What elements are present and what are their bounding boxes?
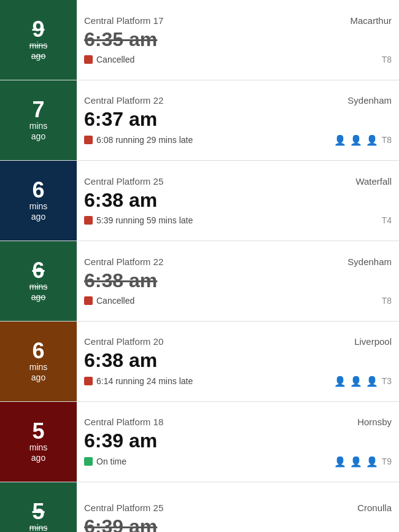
departure-time: 6:39 am <box>84 430 392 452</box>
status-text: 5:39 running 59 mins late <box>96 215 193 225</box>
minutes-label: minsago <box>29 201 48 222</box>
departure-time: 6:38 am <box>84 269 392 292</box>
time-badge: 5minsago <box>0 402 77 482</box>
platform-line: Central Platform 18Hornsby <box>84 417 392 427</box>
train-number: T9 <box>382 457 392 466</box>
status-line: CancelledT8 <box>84 296 392 306</box>
platform-text: Central Platform 22 <box>84 256 163 267</box>
destination-text: Hornsby <box>357 417 392 427</box>
time-badge: 6minsago <box>0 241 77 321</box>
status-right: 👤👤👤T8 <box>334 134 392 146</box>
train-number: T8 <box>382 135 392 145</box>
status-line: 6:08 running 29 mins late👤👤👤T8 <box>84 134 392 146</box>
minutes-number: 7 <box>32 99 44 121</box>
minutes-label: minsago <box>29 523 48 532</box>
status-text: Cancelled <box>96 55 134 64</box>
occupancy-icon: 👤 <box>366 134 378 146</box>
platform-text: Central Platform 25 <box>84 503 163 513</box>
platform-line: Central Platform 17Macarthur <box>84 15 392 26</box>
time-badge: 9minsago <box>0 0 77 80</box>
minutes-label: minsago <box>29 40 48 61</box>
status-left: 5:39 running 59 mins late <box>84 215 193 225</box>
destination-text: Macarthur <box>350 15 392 26</box>
train-number: T4 <box>382 215 392 225</box>
minutes-number: 6 <box>32 179 44 201</box>
train-info: Central Platform 22Sydenham6:38 amCancel… <box>77 241 399 321</box>
status-text: 6:08 running 29 mins late <box>96 135 193 145</box>
platform-text: Central Platform 17 <box>84 15 163 26</box>
minutes-number: 9 <box>32 18 44 40</box>
table-row[interactable]: 6minsagoCentral Platform 20Liverpool6:38… <box>0 322 399 402</box>
destination-text: Sydenham <box>347 256 392 267</box>
status-left: Cancelled <box>84 296 134 306</box>
departure-time: 6:39 am <box>84 515 392 532</box>
platform-line: Central Platform 25Cronulla <box>84 503 392 513</box>
status-dot <box>84 377 93 385</box>
destination-text: Sydenham <box>347 95 392 106</box>
platform-text: Central Platform 25 <box>84 176 163 187</box>
train-info: Central Platform 18Hornsby6:39 amOn time… <box>77 402 399 482</box>
table-row[interactable]: 6minsagoCentral Platform 25Waterfall6:38… <box>0 161 399 241</box>
table-row[interactable]: 5minsagoCentral Platform 25Cronulla6:39 … <box>0 482 399 532</box>
train-info: Central Platform 22Sydenham6:37 am6:08 r… <box>77 80 399 160</box>
platform-text: Central Platform 20 <box>84 336 163 347</box>
minutes-number: 5 <box>32 420 44 442</box>
table-row[interactable]: 9minsagoCentral Platform 17Macarthur6:35… <box>0 0 399 80</box>
status-text: Cancelled <box>96 296 134 306</box>
minutes-number: 6 <box>32 340 44 362</box>
platform-line: Central Platform 20Liverpool <box>84 336 392 347</box>
status-left: On time <box>84 457 126 466</box>
time-badge: 7minsago <box>0 80 77 160</box>
status-dot <box>84 136 93 144</box>
status-line: On time👤👤👤T9 <box>84 456 392 468</box>
status-right: T8 <box>382 55 392 64</box>
status-text: On time <box>96 457 126 466</box>
platform-line: Central Platform 22Sydenham <box>84 256 392 267</box>
table-row[interactable]: 7minsagoCentral Platform 22Sydenham6:37 … <box>0 80 399 161</box>
destination-text: Cronulla <box>357 503 392 513</box>
status-left: 6:14 running 24 mins late <box>84 376 193 386</box>
departure-time: 6:38 am <box>84 189 392 212</box>
platform-text: Central Platform 22 <box>84 95 163 106</box>
train-list: 9minsagoCentral Platform 17Macarthur6:35… <box>0 0 399 532</box>
time-badge: 5minsago <box>0 482 77 532</box>
train-number: T8 <box>382 296 392 306</box>
train-info: Central Platform 25Waterfall6:38 am5:39 … <box>77 161 399 241</box>
status-right: 👤👤👤T9 <box>334 456 392 468</box>
occupancy-icon: 👤 <box>334 456 346 468</box>
time-badge: 6minsago <box>0 161 77 241</box>
destination-text: Waterfall <box>355 176 392 187</box>
train-info: Central Platform 20Liverpool6:38 am6:14 … <box>77 322 399 401</box>
status-dot <box>84 216 93 225</box>
status-dot <box>84 296 93 305</box>
minutes-label: minsago <box>29 362 48 383</box>
status-right: 👤👤👤T3 <box>334 376 392 387</box>
occupancy-icon: 👤 <box>366 456 378 468</box>
occupancy-icon: 👤 <box>366 376 378 387</box>
table-row[interactable]: 6minsagoCentral Platform 22Sydenham6:38 … <box>0 241 399 322</box>
train-number: T8 <box>382 55 392 64</box>
status-left: 6:08 running 29 mins late <box>84 135 193 145</box>
minutes-number: 6 <box>32 260 44 282</box>
occupancy-icon: 👤 <box>334 134 346 146</box>
departure-time: 6:37 am <box>84 108 392 131</box>
occupancy-icon: 👤 <box>350 456 362 468</box>
departure-time: 6:38 am <box>84 349 392 372</box>
table-row[interactable]: 5minsagoCentral Platform 18Hornsby6:39 a… <box>0 402 399 482</box>
departure-time: 6:35 am <box>84 28 392 51</box>
train-info: Central Platform 17Macarthur6:35 amCance… <box>77 0 399 80</box>
platform-line: Central Platform 22Sydenham <box>84 95 392 106</box>
minutes-label: minsago <box>29 121 48 142</box>
status-right: T8 <box>382 296 392 306</box>
occupancy-icon: 👤 <box>350 376 362 387</box>
status-line: 6:14 running 24 mins late👤👤👤T3 <box>84 376 392 387</box>
status-dot <box>84 457 93 466</box>
status-text: 6:14 running 24 mins late <box>96 376 193 386</box>
minutes-number: 5 <box>32 501 44 523</box>
minutes-label: minsago <box>29 282 48 303</box>
minutes-label: minsago <box>29 442 48 463</box>
train-info: Central Platform 25Cronulla6:39 am <box>77 482 399 532</box>
status-line: 5:39 running 59 mins lateT4 <box>84 215 392 225</box>
time-badge: 6minsago <box>0 322 77 401</box>
status-dot <box>84 55 93 64</box>
